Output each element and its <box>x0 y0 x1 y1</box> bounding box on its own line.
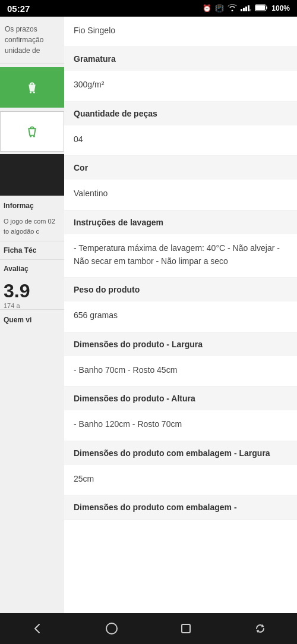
detail-section-cor: Cor Valentino <box>64 156 297 210</box>
battery-icon <box>255 4 268 12</box>
main-content: Os prazos confirmação unidade de Informa… <box>0 17 297 644</box>
svg-point-12 <box>33 136 35 137</box>
vibrate-icon: 📳 <box>215 4 224 12</box>
sidebar-add-cart-button[interactable] <box>0 67 64 108</box>
svg-point-9 <box>30 92 31 93</box>
detail-section-dim-altura: Dimensões do produto - Altura - Banho 12… <box>64 387 297 441</box>
gramatura-label: Gramatura <box>64 47 297 71</box>
detail-section-peso: Peso do produto 656 gramas <box>64 278 297 332</box>
svg-point-13 <box>106 623 117 634</box>
wifi-icon <box>228 4 237 13</box>
svg-rect-14 <box>182 624 190 633</box>
detail-section-quantidade: Quantidade de peças 04 <box>64 102 297 156</box>
sidebar-quem-viu-label: Quem vi <box>0 309 64 326</box>
instrucoes-label: Instruções de lavagem <box>64 211 297 234</box>
detail-section-emb-largura: Dimensões do produto com embalagem - Lar… <box>64 441 297 495</box>
gramatura-value: 300g/m² <box>64 71 297 100</box>
status-icons: ⏰ 📳 <box>203 4 290 13</box>
sidebar-wishlist-button[interactable] <box>0 111 64 152</box>
peso-value: 656 gramas <box>64 301 297 331</box>
cor-label: Cor <box>64 156 297 180</box>
dim-altura-label: Dimensões do produto - Altura <box>64 387 297 410</box>
status-bar: 05:27 ⏰ 📳 <box>0 0 297 17</box>
detail-section-fio: Fio Singelo <box>64 17 297 47</box>
refresh-button[interactable] <box>242 617 278 640</box>
dim-largura-value: - Banho 70cm - Rosto 45cm <box>64 356 297 386</box>
sidebar-promo-image <box>0 154 64 196</box>
dim-largura-label: Dimensões do produto - Largura <box>64 332 297 356</box>
svg-rect-2 <box>245 7 247 11</box>
svg-rect-6 <box>266 7 267 9</box>
sidebar-ficha-tecnica-label: Ficha Téc <box>0 241 64 259</box>
detail-section-dim-largura: Dimensões do produto - Largura - Banho 7… <box>64 332 297 387</box>
sidebar-rating-number: 3.9 <box>0 278 64 302</box>
sidebar-avaliacoes-label: Avaliaç <box>0 259 64 278</box>
emb-largura-label: Dimensões do produto com embalagem - Lar… <box>64 441 297 465</box>
svg-point-11 <box>30 136 31 137</box>
svg-rect-3 <box>248 5 249 11</box>
detail-section-emb-more: Dimensões do produto com embalagem - <box>64 495 297 520</box>
emb-largura-value: 25cm <box>64 465 297 495</box>
svg-rect-0 <box>241 9 242 11</box>
battery-percent: 100% <box>271 4 290 12</box>
detail-section-gramatura: Gramatura 300g/m² <box>64 47 297 101</box>
back-button[interactable] <box>20 617 55 640</box>
detail-section-instrucoes: Instruções de lavagem - Temperatura máxi… <box>64 211 297 278</box>
product-detail-panel: Fio Singelo Gramatura 300g/m² Quantidade… <box>64 17 297 644</box>
sidebar-rating-count: 174 a <box>0 302 64 309</box>
quantidade-label: Quantidade de peças <box>64 102 297 125</box>
sidebar-promo-text: Os prazos confirmação unidade de <box>0 17 64 64</box>
sidebar-info-body: O jogo de com 02 to algodão c <box>0 216 64 241</box>
svg-point-10 <box>33 92 35 93</box>
instrucoes-value: - Temperatura máxima de lavagem: 40°C - … <box>64 234 297 278</box>
svg-rect-4 <box>249 9 251 11</box>
alarm-icon: ⏰ <box>203 4 211 12</box>
emb-more-label: Dimensões do produto com embalagem - <box>64 495 297 519</box>
signal-icon <box>241 4 251 12</box>
svg-rect-1 <box>243 8 245 11</box>
svg-rect-7 <box>255 5 265 10</box>
fio-value: Fio Singelo <box>64 17 297 46</box>
status-time: 05:27 <box>7 4 30 14</box>
peso-label: Peso do produto <box>64 278 297 301</box>
quantidade-value: 04 <box>64 125 297 155</box>
dim-altura-value: - Banho 120cm - Rosto 70cm <box>64 410 297 440</box>
sidebar: Os prazos confirmação unidade de Informa… <box>0 17 64 644</box>
sidebar-informacoes-label: Informaç <box>0 196 64 216</box>
bottom-navigation <box>0 613 297 644</box>
home-button[interactable] <box>94 617 129 640</box>
recents-button[interactable] <box>168 617 204 640</box>
cor-value: Valentino <box>64 180 297 209</box>
